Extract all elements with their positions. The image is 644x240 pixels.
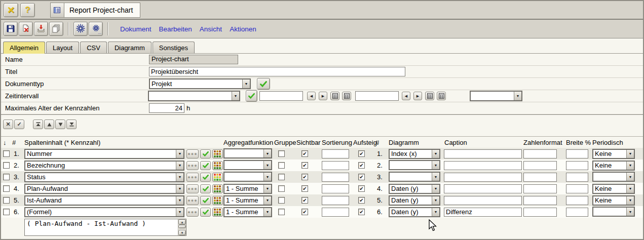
- sichtbar-checkbox[interactable]: ✔: [301, 197, 308, 204]
- import-button[interactable]: [34, 22, 48, 36]
- close-button[interactable]: ✕: [4, 3, 18, 17]
- delete-document-button[interactable]: [19, 22, 33, 36]
- date-to-input[interactable]: [355, 91, 399, 101]
- diagramm-select[interactable]: ▼: [389, 160, 440, 170]
- spalteninhalt-select[interactable]: Ist-Aufwand ▼: [24, 195, 184, 206]
- row-select-checkbox[interactable]: [3, 209, 10, 215]
- max-alter-input[interactable]: [149, 103, 184, 113]
- gruppe-checkbox[interactable]: [278, 185, 285, 192]
- apply-columns-button[interactable]: ✓: [14, 119, 24, 129]
- breite-input[interactable]: [566, 208, 588, 217]
- caption-input[interactable]: [444, 208, 522, 217]
- periodisch-select[interactable]: Keine ▼: [592, 195, 635, 206]
- tab[interactable]: CSV: [80, 42, 107, 53]
- scroll-up-button[interactable]: ▲: [178, 219, 186, 225]
- aufsteigend-checkbox[interactable]: ✔: [358, 197, 365, 204]
- sortierung-input[interactable]: [322, 208, 349, 217]
- apply-row-button[interactable]: [200, 196, 211, 205]
- kpi-colors-button[interactable]: [212, 161, 223, 170]
- kpi-colors-button[interactable]: [212, 149, 223, 158]
- diagramm-select[interactable]: Daten (y) ▼: [389, 195, 440, 206]
- kpi-colors-button[interactable]: [212, 208, 223, 217]
- gruppe-checkbox[interactable]: [278, 174, 285, 180]
- periodisch-select[interactable]: ▼: [592, 172, 635, 182]
- date-from-calendar-button[interactable]: [330, 92, 339, 100]
- zahlenformat-input[interactable]: [523, 184, 557, 193]
- row-select-checkbox[interactable]: [3, 174, 10, 180]
- copy-button[interactable]: [49, 22, 63, 36]
- apply-row-button[interactable]: [200, 184, 211, 193]
- spalteninhalt-select[interactable]: Plan-Aufwand ▼: [24, 184, 184, 194]
- sortierung-input[interactable]: [322, 196, 349, 205]
- scroll-thumb[interactable]: [178, 225, 186, 228]
- caption-input[interactable]: [444, 161, 522, 170]
- tab[interactable]: Sonstiges: [153, 42, 195, 53]
- sortierung-input[interactable]: [322, 149, 349, 158]
- caption-input[interactable]: [444, 173, 522, 182]
- kpi-colors-button[interactable]: [212, 196, 223, 205]
- lookup-button[interactable]: ●●●: [186, 161, 199, 170]
- gruppe-checkbox[interactable]: [278, 150, 285, 157]
- periodisch-select[interactable]: Keine ▼: [592, 149, 635, 159]
- apply-row-button[interactable]: [200, 208, 211, 217]
- tab[interactable]: Diagramm: [108, 42, 151, 53]
- spalteninhalt-select[interactable]: Status ▼: [24, 172, 184, 182]
- spalteninhalt-select[interactable]: Nummer ▼: [24, 149, 184, 159]
- zahlenformat-input[interactable]: [523, 161, 557, 170]
- formula-editor[interactable]: ( Plan-Aufwand - Ist-Aufwand ) ▲ ▼: [24, 219, 186, 236]
- apply-row-button[interactable]: [200, 161, 211, 170]
- sichtbar-checkbox[interactable]: ✔: [301, 162, 308, 169]
- remove-column-button[interactable]: ✕: [3, 119, 13, 129]
- breite-input[interactable]: [566, 184, 588, 193]
- zeitintervall-apply-button[interactable]: [246, 90, 257, 102]
- aggregatfunktion-select[interactable]: 1 - Summe ▼: [223, 207, 272, 217]
- aufsteigend-checkbox[interactable]: ✔: [358, 174, 365, 180]
- lookup-button[interactable]: ●●●: [186, 184, 199, 193]
- aggregatfunktion-select[interactable]: 1 - Summe ▼: [223, 184, 272, 194]
- spalteninhalt-select[interactable]: (Formel) ▼: [24, 207, 184, 217]
- formula-scrollbar[interactable]: ▲ ▼: [178, 219, 186, 235]
- diagramm-select[interactable]: Index (x) ▼: [389, 149, 440, 159]
- document-tab[interactable]: Report Project-chart: [50, 3, 140, 18]
- save-button[interactable]: [4, 22, 18, 36]
- apply-row-button[interactable]: [200, 173, 211, 182]
- sichtbar-checkbox[interactable]: ✔: [301, 174, 308, 180]
- date-to-calendar2-button[interactable]: [437, 92, 446, 100]
- aggregatfunktion-select[interactable]: ▼: [223, 160, 272, 170]
- zahlenformat-input[interactable]: [523, 173, 557, 182]
- zeitintervall-select[interactable]: ▼: [148, 91, 240, 101]
- zahlenformat-input[interactable]: [523, 208, 557, 217]
- lookup-button[interactable]: ●●●: [186, 149, 199, 158]
- dokumenttyp-apply-button[interactable]: [257, 78, 270, 90]
- date-from-input[interactable]: [259, 91, 303, 101]
- caption-input[interactable]: [444, 184, 522, 193]
- breite-input[interactable]: [566, 149, 588, 158]
- move-bottom-button[interactable]: [66, 119, 77, 129]
- apply-row-button[interactable]: [200, 149, 211, 158]
- gruppe-checkbox[interactable]: [278, 197, 285, 204]
- lookup-button[interactable]: ●●●: [186, 208, 199, 217]
- row-select-checkbox[interactable]: [3, 150, 10, 157]
- aufsteigend-checkbox[interactable]: ✔: [358, 162, 365, 169]
- sichtbar-checkbox[interactable]: ✔: [301, 150, 308, 157]
- menu-item[interactable]: Bearbeiten: [159, 25, 192, 33]
- aufsteigend-checkbox[interactable]: ✔: [358, 185, 365, 192]
- kpi-colors-button[interactable]: [212, 184, 223, 193]
- date-to-next-button[interactable]: ▶: [413, 92, 422, 100]
- diagramm-select[interactable]: Daten (y) ▼: [389, 184, 440, 194]
- periodisch-select[interactable]: Keine ▼: [592, 184, 635, 194]
- aufsteigend-checkbox[interactable]: ✔: [358, 209, 365, 215]
- row-select-checkbox[interactable]: [3, 197, 10, 204]
- date-from-calendar2-button[interactable]: [342, 92, 351, 100]
- run-report-button[interactable]: [73, 22, 88, 36]
- periodisch-select[interactable]: ▼: [592, 207, 635, 217]
- date-from-prev-button[interactable]: ◀: [307, 92, 316, 100]
- menu-item[interactable]: Aktionen: [230, 25, 256, 33]
- diagramm-select[interactable]: ▼: [389, 172, 440, 182]
- aggregatfunktion-select[interactable]: ▼: [223, 148, 272, 158]
- spalteninhalt-select[interactable]: Bezeichnung ▼: [24, 161, 184, 171]
- caption-input[interactable]: [444, 149, 522, 158]
- diagramm-select[interactable]: Daten (y) ▼: [389, 207, 440, 217]
- lookup-button[interactable]: ●●●: [186, 173, 199, 182]
- row-select-checkbox[interactable]: [3, 185, 10, 192]
